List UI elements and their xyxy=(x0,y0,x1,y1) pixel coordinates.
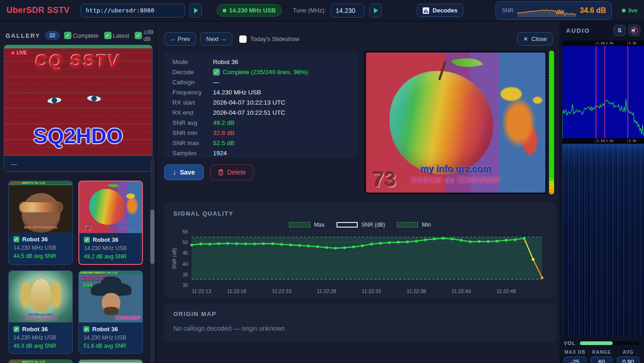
meta-value: Robot 36 xyxy=(213,59,238,65)
tune-input[interactable] xyxy=(331,4,365,18)
slideshow-toggle[interactable]: ✓ Today's Slideshow xyxy=(239,35,300,43)
thumbnail-card-2[interactable]: my info qrz.com G6GCM de IZ3WUWIP ✓Robot… xyxy=(8,270,73,354)
sidebar-scrollbar-thumb[interactable] xyxy=(150,210,154,264)
spectrum-display[interactable]: 1.2k1.5k2.3k 1.2k1.5k2.3k xyxy=(562,41,644,144)
close-button[interactable]: ✕ Close xyxy=(517,32,553,46)
audio-settings-fields: MAX DB RANGE AVG xyxy=(564,350,639,363)
thumbnail-card-0[interactable]: 3906 58P 07 b3qw97A CQSSTV MMSSTV Ver 1.… xyxy=(8,181,73,265)
meta-row-mode: Mode Robot 36 xyxy=(172,57,349,67)
volume-slider[interactable] xyxy=(580,341,639,345)
status-dot-icon xyxy=(223,9,226,12)
thumbnail-image: 3906 58P 07 b3qw97A CQSSTV MMSSTV Ver 1.… xyxy=(9,181,72,233)
audio-field-input[interactable] xyxy=(564,357,586,363)
save-button[interactable]: ↓ Save xyxy=(164,164,204,180)
thumbnail-card-1[interactable]: 73 my info qrz.com ✓Robot 36 14.230 MHz … xyxy=(78,181,143,265)
signal-quality-bar xyxy=(549,51,554,194)
image-text-de: G6GCM de IZ3WUWIP xyxy=(366,176,545,185)
gallery-filters: ✓Complete✓Latest✓≥38 dB xyxy=(64,29,154,42)
filter-checkbox[interactable]: ✓ xyxy=(64,32,71,39)
legend-item-min: Min xyxy=(397,222,431,228)
snr-label: SNR xyxy=(502,7,513,14)
decodes-button[interactable]: Decodes xyxy=(417,4,463,17)
live-badge: LIVE xyxy=(8,49,30,57)
delete-button[interactable]: Delete xyxy=(210,164,254,180)
live-preview-card[interactable]: CQ SSTV SQ2HDO LIVE — xyxy=(4,45,153,172)
thumbnail-mode: ✓Robot 36 xyxy=(84,236,137,243)
mute-button[interactable] xyxy=(628,25,640,36)
thumbnail-card-3[interactable]: G6GCM 594 IZ3WUWIP IZ3WUWIP MMSSTV Ver 1… xyxy=(78,270,143,354)
meta-value: 14.230 MHz USB xyxy=(213,89,261,96)
meta-value: 49.2 dB xyxy=(213,119,235,126)
freq-marker xyxy=(604,46,605,138)
filter-label: ≥38 dB xyxy=(143,29,154,42)
legend-label: Min xyxy=(422,222,431,228)
solo-button[interactable]: S xyxy=(614,25,626,36)
viewer-panel: ← Prev Next → ✓ Today's Slideshow ✕ Clos… xyxy=(158,22,559,363)
complete-check-icon: ✓ xyxy=(13,326,19,332)
thumbnail-image: 73 my info qrz.com xyxy=(79,182,142,233)
audio-field-input[interactable] xyxy=(617,357,639,363)
app-title: UberSDR SSTV xyxy=(6,6,70,15)
svg-text:11:22:43: 11:22:43 xyxy=(452,288,471,294)
thumbnail-noise xyxy=(9,271,72,322)
audio-field-max-db: MAX DB xyxy=(564,350,586,363)
audio-field-input[interactable] xyxy=(591,357,613,363)
server-url-input[interactable] xyxy=(81,4,185,18)
legend-swatch xyxy=(397,222,418,228)
trash-icon xyxy=(218,169,224,176)
thumbnail-info: ✓Robot 36 14.230 MHz USB 48.3 dB avg SNR xyxy=(9,322,72,353)
thumbnail-card-4[interactable]: CQSSTV MMSSTV Ver 1.13 xyxy=(8,359,73,363)
chart-legend: MaxSNR (dB)Min xyxy=(164,222,556,228)
filter-1[interactable]: ✓Latest xyxy=(104,29,129,42)
thumbnail-noise xyxy=(79,360,142,363)
spectrum-bottom-labels: 1.2k1.5k2.3k xyxy=(562,138,644,144)
svg-text:11:22:48: 11:22:48 xyxy=(496,288,516,294)
thumbnail-info: ✓Robot 36 14.230 MHz USB 51.6 dB avg SNR xyxy=(79,322,142,353)
save-button-label: Save xyxy=(180,169,195,176)
prev-button[interactable]: ← Prev xyxy=(164,32,196,46)
audio-field-label: RANGE xyxy=(591,350,613,355)
thumbnail-card-5[interactable] xyxy=(78,359,143,363)
thumbnail-frequency: 14.230 MHz USB xyxy=(13,334,68,341)
meta-value: ✓Complete (235/240 lines, 98%) xyxy=(213,69,308,76)
tune-button[interactable] xyxy=(369,4,382,18)
volume-label: VOL xyxy=(564,340,576,346)
filter-0[interactable]: ✓Complete xyxy=(64,29,99,42)
muted-speaker-icon xyxy=(631,27,638,34)
meta-value: 32.8 dB xyxy=(213,129,235,136)
thumbnail-info: ✓Robot 36 14.230 MHz USB 44.5 dB avg SNR xyxy=(9,233,72,263)
filter-checkbox[interactable]: ✓ xyxy=(135,32,142,39)
filter-checkbox[interactable]: ✓ xyxy=(104,32,112,39)
slideshow-label: Today's Slideshow xyxy=(250,35,300,42)
bar-chart-icon xyxy=(423,7,429,14)
thumbnail-image: G6GCM 594 IZ3WUWIP IZ3WUWIP MMSSTV Ver 1… xyxy=(79,271,142,322)
origin-map-title: ORIGIN MAP xyxy=(164,303,556,317)
thumbnail-noise xyxy=(79,182,142,233)
delete-button-label: Delete xyxy=(227,169,246,176)
meta-label: SNR avg xyxy=(172,119,213,126)
volume-slider-fill xyxy=(580,341,613,345)
spectrum-trace xyxy=(562,46,644,138)
waterfall-display xyxy=(562,144,644,337)
legend-swatch xyxy=(289,222,310,228)
live-sstv-image: CQ SSTV SQ2HDO LIVE xyxy=(4,45,152,156)
thumbnail-image: my info qrz.com G6GCM de IZ3WUWIP xyxy=(9,271,72,322)
svg-text:11:22:38: 11:22:38 xyxy=(407,288,426,294)
meta-label: Callsign xyxy=(172,79,213,86)
decodes-button-label: Decodes xyxy=(432,7,457,14)
connect-button[interactable] xyxy=(189,4,202,18)
thumbnail-frequency: 14.230 MHz USB xyxy=(83,334,138,341)
next-button[interactable]: Next → xyxy=(200,32,232,46)
thumbnail-noise xyxy=(9,360,72,363)
filter-2[interactable]: ✓≥38 dB xyxy=(135,29,154,42)
slideshow-checkbox[interactable]: ✓ xyxy=(239,35,247,43)
thumbnail-image xyxy=(79,360,142,363)
meta-value: 52.5 dB xyxy=(213,140,235,146)
meta-row-snr-min: SNR min 32.8 dB xyxy=(172,128,349,138)
complete-check-icon: ✓ xyxy=(13,236,19,242)
meta-value: 2026-04-07 10:22:51 UTC xyxy=(213,109,285,116)
play-icon xyxy=(374,8,378,13)
snr-panel: SNR 34.6 dB xyxy=(496,1,612,20)
audio-field-label: AVG xyxy=(617,350,639,355)
live-badge-dot-icon xyxy=(12,52,14,54)
